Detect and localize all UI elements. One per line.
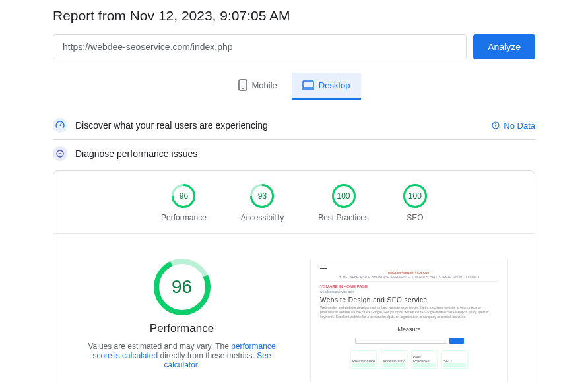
gauge-accessibility-value: 93	[250, 184, 274, 208]
page-screenshot: webdee-seoservice.com HOMEWEBFORSALESHOW…	[310, 259, 508, 382]
ss-nav: HOMEWEBFORSALESHOWCASEREFERENCETUTORIALS…	[320, 276, 498, 282]
gauge-best-practices[interactable]: 100 Best Practices	[318, 184, 369, 222]
gauge-seo-label: SEO	[407, 213, 423, 222]
gauge-performance-value: 96	[172, 184, 195, 208]
discover-section-title: Discover what your real users are experi…	[75, 120, 268, 131]
ss-homepage-badge: YOU ARE IN HOME PAGE	[320, 284, 498, 288]
svg-point-1	[242, 88, 244, 89]
analyze-button[interactable]: Analyze	[473, 34, 535, 59]
diagnose-icon	[53, 146, 67, 161]
diagnose-section-header: Diagnose performance issues	[53, 140, 535, 168]
info-icon	[492, 121, 500, 129]
no-data-label: No Data	[504, 121, 535, 131]
url-input[interactable]	[53, 34, 467, 59]
svg-rect-2	[303, 81, 313, 88]
performance-gauge-large-label: Performance	[150, 322, 214, 335]
gauge-best-practices-label: Best Practices	[318, 213, 369, 222]
performance-gauge-large: 96	[154, 259, 211, 315]
svg-point-8	[59, 153, 61, 154]
svg-line-3	[60, 123, 61, 126]
gauge-best-practices-value: 100	[332, 184, 356, 208]
url-analyze-row: Analyze	[53, 34, 535, 59]
performance-gauge-large-value: 96	[154, 259, 211, 315]
ss-meta: webdeeseoservice.com	[320, 290, 498, 294]
gauge-accessibility[interactable]: 93 Accessibility	[241, 184, 284, 222]
gauges-row: 96 Performance 93 Accessibility 100 Best…	[53, 171, 535, 234]
gauge-performance-label: Performance	[161, 213, 207, 222]
gauge-accessibility-label: Accessibility	[241, 213, 284, 222]
diagnose-section-title: Diagnose performance issues	[75, 148, 197, 159]
ss-input-row	[320, 338, 498, 344]
phone-icon	[238, 79, 247, 91]
performance-help-text: Values are estimated and may vary. The p…	[80, 342, 284, 369]
no-data-link[interactable]: No Data	[492, 121, 535, 131]
tab-mobile-label: Mobile	[252, 80, 277, 90]
speedometer-icon	[53, 118, 67, 133]
ss-measure-heading: Measure	[320, 326, 498, 333]
svg-point-5	[495, 123, 496, 125]
gauge-seo[interactable]: 100 SEO	[403, 184, 427, 222]
tab-desktop-label: Desktop	[319, 80, 350, 90]
tab-desktop[interactable]: Desktop	[292, 73, 361, 100]
gauge-performance[interactable]: 96 Performance	[161, 184, 207, 222]
hamburger-icon	[320, 265, 327, 269]
discover-section-header: Discover what your real users are experi…	[53, 111, 535, 140]
performance-panel: 96 Performance Values are estimated and …	[53, 234, 535, 382]
ss-description: Web design and website development for b…	[320, 305, 498, 319]
tab-mobile[interactable]: Mobile	[228, 73, 288, 100]
device-tabs: Mobile Desktop	[53, 73, 535, 100]
diagnose-card: 96 Performance 93 Accessibility 100 Best…	[53, 170, 535, 382]
desktop-icon	[302, 80, 314, 90]
ss-headline: Website Design and SEO service	[320, 296, 498, 303]
ss-brand: webdee-seoservice.com	[320, 271, 498, 274]
svg-rect-6	[496, 125, 496, 127]
ss-cards: Performance Accessibility Best Practices…	[320, 350, 498, 369]
page-title: Report from Nov 12, 2023, 9:07:05 AM	[53, 8, 535, 24]
gauge-seo-value: 100	[403, 184, 427, 208]
